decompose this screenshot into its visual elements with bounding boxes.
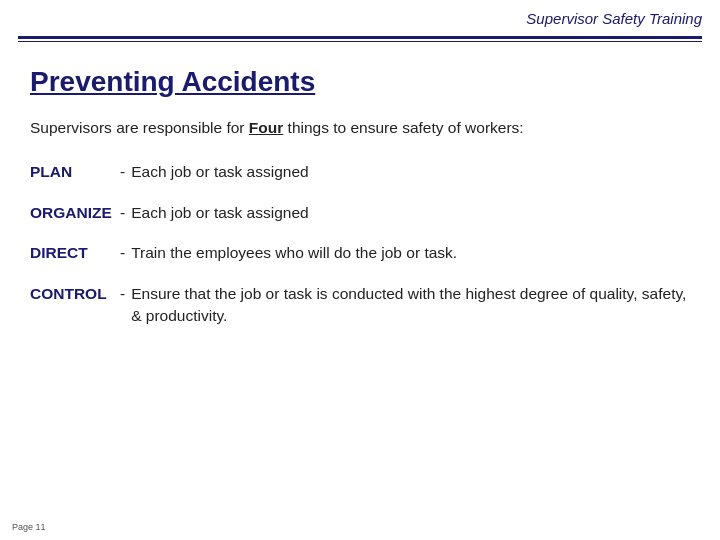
header-title: Supervisor Safety Training — [526, 10, 702, 27]
item-sep-control: - — [120, 283, 125, 305]
page-number: Page 11 — [12, 522, 46, 532]
item-desc-plan: Each job or task assigned — [131, 161, 690, 183]
list-item: DIRECT - Train the employees who will do… — [30, 242, 690, 264]
item-sep-direct: - — [120, 242, 125, 264]
item-sep-organize: - — [120, 202, 125, 224]
item-sep-plan: - — [120, 161, 125, 183]
item-key-organize: ORGANIZE — [30, 202, 120, 224]
list-item: CONTROL - Ensure that the job or task is… — [30, 283, 690, 328]
header: Supervisor Safety Training — [0, 0, 720, 32]
intro-after-bold: things to ensure safety of workers: — [283, 119, 523, 136]
item-desc-direct: Train the employees who will do the job … — [131, 242, 690, 264]
slide: Supervisor Safety Training Preventing Ac… — [0, 0, 720, 540]
item-key-control: CONTROL — [30, 283, 120, 305]
list-item: ORGANIZE - Each job or task assigned — [30, 202, 690, 224]
content-area: Preventing Accidents Supervisors are res… — [0, 42, 720, 356]
intro-paragraph: Supervisors are responsible for Four thi… — [30, 116, 690, 139]
footer: Page 11 — [12, 522, 46, 532]
intro-before-bold: Supervisors are responsible for — [30, 119, 249, 136]
section-title: Preventing Accidents — [30, 66, 690, 98]
item-desc-control: Ensure that the job or task is conducted… — [131, 283, 690, 328]
item-key-plan: PLAN — [30, 161, 120, 183]
intro-bold-word: Four — [249, 119, 283, 136]
item-desc-organize: Each job or task assigned — [131, 202, 690, 224]
item-key-direct: DIRECT — [30, 242, 120, 264]
list-item: PLAN - Each job or task assigned — [30, 161, 690, 183]
